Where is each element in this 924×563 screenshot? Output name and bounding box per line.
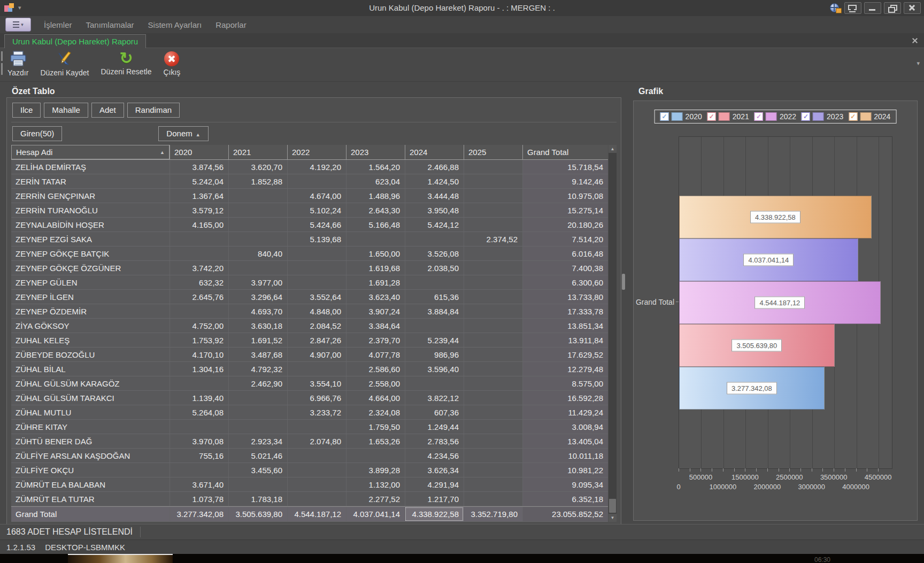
- value-cell[interactable]: 986,96: [405, 348, 464, 361]
- row-name-cell[interactable]: ZÜLFİYE ARSLAN KAŞDOĞAN: [11, 449, 170, 462]
- value-cell[interactable]: 4.693,70: [228, 304, 287, 318]
- row-name-cell[interactable]: Grand Total: [11, 507, 170, 521]
- value-cell[interactable]: [287, 261, 346, 275]
- row-name-cell[interactable]: ZEYNEP GÜLEN: [11, 275, 170, 289]
- value-cell[interactable]: 4.037.041,14: [346, 507, 405, 521]
- row-name-cell[interactable]: ZÜMRÜT ELA TUTAR: [11, 492, 170, 506]
- value-cell[interactable]: [346, 232, 405, 246]
- legend-checkbox-2020[interactable]: ✓: [660, 112, 669, 121]
- value-cell[interactable]: 1.759,50: [346, 420, 405, 434]
- value-cell[interactable]: 607,36: [405, 405, 464, 419]
- value-cell[interactable]: 10.011,18: [522, 449, 608, 462]
- value-cell[interactable]: [464, 304, 522, 318]
- value-cell[interactable]: 9.095,34: [522, 477, 608, 491]
- value-cell[interactable]: 8.575,00: [522, 376, 608, 390]
- value-cell[interactable]: 3.742,20: [170, 261, 228, 275]
- value-cell[interactable]: 5.139,68: [287, 232, 346, 246]
- row-name-cell[interactable]: ZİYA GÖKSOY: [11, 319, 170, 333]
- toolbar-overflow-caret-icon[interactable]: ▾: [917, 60, 920, 67]
- value-cell[interactable]: 2.277,52: [346, 492, 405, 506]
- value-cell[interactable]: 4.170,10: [170, 348, 228, 361]
- value-cell[interactable]: [464, 160, 522, 174]
- value-cell[interactable]: 1.367,64: [170, 189, 228, 203]
- value-cell[interactable]: [228, 477, 287, 491]
- value-cell[interactable]: 3.623,40: [346, 290, 405, 304]
- value-cell[interactable]: 5.021,46: [228, 449, 287, 462]
- legend-item-2022[interactable]: ✓2022: [754, 112, 796, 121]
- value-cell[interactable]: 4.664,00: [346, 391, 405, 405]
- value-cell[interactable]: 1.650,00: [346, 246, 405, 260]
- filter-button-ilce[interactable]: Ilce: [12, 103, 41, 118]
- value-cell[interactable]: 3.552,64: [287, 290, 346, 304]
- value-cell[interactable]: [464, 449, 522, 462]
- row-name-cell[interactable]: ZERİN TATAR: [11, 174, 170, 188]
- scrollbar-thumb[interactable]: [609, 499, 616, 513]
- value-cell[interactable]: 3.970,08: [170, 434, 228, 448]
- value-cell[interactable]: [464, 348, 522, 361]
- value-cell[interactable]: 4.544.187,12: [287, 507, 346, 521]
- value-cell[interactable]: 13.733,80: [522, 290, 608, 304]
- tab-urun-kabul-raporu[interactable]: Urun Kabul (Depo Hareket) Raporu: [4, 34, 146, 48]
- restore-button[interactable]: [884, 2, 901, 14]
- value-cell[interactable]: 3.487,68: [228, 348, 287, 361]
- column-field-button-donem[interactable]: Donem▲: [158, 126, 208, 141]
- value-cell[interactable]: [464, 275, 522, 289]
- value-cell[interactable]: 6.352,18: [522, 492, 608, 506]
- value-cell[interactable]: [464, 261, 522, 275]
- value-cell[interactable]: 7.514,20: [522, 232, 608, 246]
- row-name-cell[interactable]: ZÜHAL GÜLSÜM KARAGÖZ: [11, 376, 170, 390]
- value-cell[interactable]: [287, 362, 346, 376]
- value-cell[interactable]: [405, 319, 464, 333]
- value-cell[interactable]: 6.016,48: [522, 246, 608, 260]
- value-cell[interactable]: 2.038,50: [405, 261, 464, 275]
- value-cell[interactable]: 3.620,70: [228, 160, 287, 174]
- value-cell[interactable]: 3.384,64: [346, 319, 405, 333]
- value-cell[interactable]: 2.466,88: [405, 160, 464, 174]
- print-button[interactable]: Yazdır: [7, 48, 28, 77]
- value-cell[interactable]: 3.296,64: [228, 290, 287, 304]
- value-cell[interactable]: [170, 232, 228, 246]
- value-cell[interactable]: [170, 246, 228, 260]
- value-cell[interactable]: 4.848,00: [287, 304, 346, 318]
- filter-button-mahalle[interactable]: Mahalle: [44, 103, 88, 118]
- row-name-cell[interactable]: ZERRİN GENÇPINAR: [11, 189, 170, 203]
- value-cell[interactable]: [464, 246, 522, 260]
- value-cell[interactable]: 1.653,26: [346, 434, 405, 448]
- value-cell[interactable]: 4.077,78: [346, 348, 405, 361]
- row-name-cell[interactable]: ZEYNALABİDİN HOŞER: [11, 218, 170, 232]
- value-cell[interactable]: [170, 376, 228, 390]
- value-cell[interactable]: [464, 189, 522, 203]
- value-cell[interactable]: 4.907,00: [287, 348, 346, 361]
- value-cell[interactable]: [464, 362, 522, 376]
- value-cell[interactable]: [464, 434, 522, 448]
- value-cell[interactable]: 4.234,56: [405, 449, 464, 462]
- value-cell[interactable]: 2.586,60: [346, 362, 405, 376]
- column-header-2020[interactable]: 2020: [170, 145, 228, 159]
- bar-2020[interactable]: 3.277.342,08: [679, 367, 825, 410]
- value-cell[interactable]: 1.217,70: [405, 492, 464, 506]
- legend-checkbox-2023[interactable]: ✓: [802, 112, 810, 121]
- value-cell[interactable]: [464, 218, 522, 232]
- value-cell[interactable]: [287, 449, 346, 462]
- bar-2022[interactable]: 4.544.187,12: [679, 281, 881, 324]
- value-cell[interactable]: 1.424,50: [405, 174, 464, 188]
- value-cell[interactable]: [464, 477, 522, 491]
- value-cell[interactable]: 6.300,60: [522, 275, 608, 289]
- value-cell[interactable]: 13.911,84: [522, 333, 608, 347]
- value-cell[interactable]: 3.907,24: [346, 304, 405, 318]
- value-cell[interactable]: 3.630,18: [228, 319, 287, 333]
- close-button[interactable]: [904, 2, 921, 14]
- value-cell[interactable]: [228, 420, 287, 434]
- value-cell[interactable]: 2.645,76: [170, 290, 228, 304]
- bar-2024[interactable]: 4.338.922,58: [679, 196, 872, 238]
- row-name-cell[interactable]: ZÜHRE KITAY: [11, 420, 170, 434]
- menu-item-raporlar[interactable]: Raporlar: [215, 20, 247, 29]
- legend-item-2024[interactable]: ✓2024: [849, 112, 890, 121]
- value-cell[interactable]: 9.142,46: [522, 174, 608, 188]
- value-cell[interactable]: 5.424,66: [287, 218, 346, 232]
- menu-item-tanimlamalar[interactable]: Tanımlamalar: [86, 20, 134, 29]
- row-name-cell[interactable]: ZEYNEP GÖKÇE ÖZGÜNER: [11, 261, 170, 275]
- value-cell[interactable]: 623,04: [346, 174, 405, 188]
- value-cell[interactable]: [170, 463, 228, 477]
- tab-close-icon[interactable]: [911, 37, 919, 44]
